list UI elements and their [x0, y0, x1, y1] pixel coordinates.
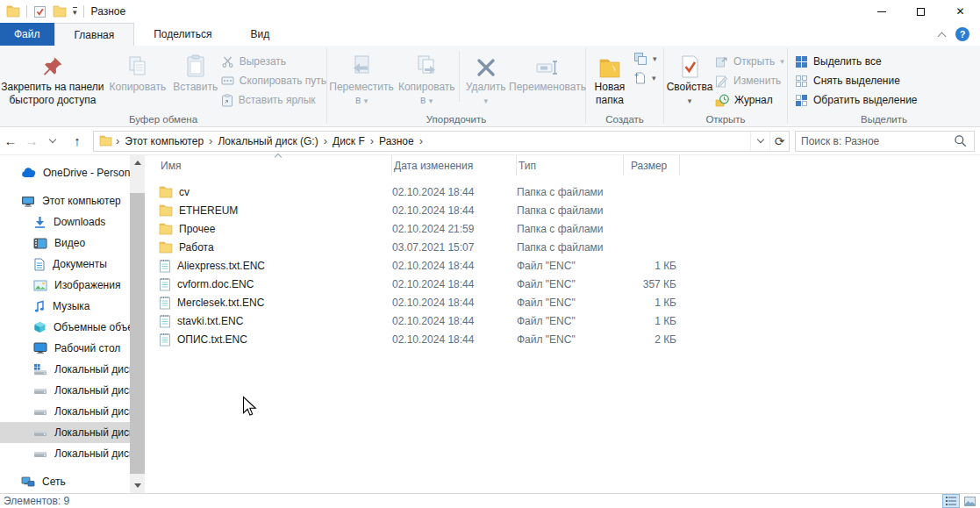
search-icon[interactable] — [954, 134, 967, 147]
breadcrumb-raznoe[interactable]: Разное — [374, 135, 419, 147]
breadcrumb-local-disk-g[interactable]: Локальный диск (G:) — [212, 135, 323, 147]
table-row[interactable]: Merclesek.txt.ENC 02.10.2024 18:44 Файл … — [159, 293, 980, 311]
collapse-ribbon-icon[interactable] — [938, 32, 947, 40]
sidebar-item-3d-objects[interactable]: Объемные объек — [0, 317, 130, 338]
tab-file-menu[interactable]: Файл — [0, 23, 54, 46]
scrollbar-thumb[interactable] — [130, 193, 145, 474]
delete-icon — [476, 50, 497, 78]
paste-shortcut-button[interactable]: Вставить ярлык — [221, 90, 326, 110]
sidebar-item-videos[interactable]: Видео — [0, 233, 130, 254]
sidebar-item-local-disk[interactable]: Локальный диск ( — [0, 443, 130, 464]
drive-icon — [33, 447, 47, 460]
rename-button[interactable]: Переименовать — [510, 47, 585, 94]
table-row[interactable]: cv 02.10.2024 18:44 Папка с файлами — [159, 182, 980, 201]
sidebar-item-music[interactable]: Музыка — [0, 296, 130, 317]
back-button[interactable]: ← — [0, 131, 21, 152]
sidebar-item-label: OneDrive - Personal — [43, 167, 130, 179]
copy-path-button[interactable]: Скопировать путь — [221, 71, 326, 90]
forward-button[interactable]: → — [21, 131, 42, 152]
open-button[interactable]: Открыть ▾ — [715, 52, 784, 71]
scroll-down-icon[interactable] — [130, 478, 145, 493]
pin-to-quick-access-button[interactable]: Закрепить на панелибыстрого доступа — [0, 47, 105, 106]
refresh-button[interactable]: ⟳ — [769, 132, 789, 151]
copy-to-button[interactable]: Копироватьв ▾ — [396, 47, 457, 106]
cube-icon — [33, 321, 46, 334]
file-type: Папка с файлами — [517, 241, 624, 254]
table-row[interactable]: Прочее 02.10.2024 21:59 Папка с файлами — [159, 219, 980, 238]
sidebar-item-this-pc[interactable]: Этот компьютер — [0, 190, 130, 211]
up-icon: ↑ — [74, 133, 81, 148]
sidebar-item-local-disk-selected[interactable]: Локальный диск ( — [0, 422, 130, 443]
new-item-button[interactable]: ▾ — [633, 68, 657, 88]
sidebar-item-local-disk-c[interactable]: Локальный диск ( — [0, 359, 130, 380]
tab-share[interactable]: Поделиться — [134, 23, 231, 46]
sidebar-item-downloads[interactable]: Downloads — [0, 211, 130, 233]
address-bar[interactable]: › Этот компьютер › Локальный диск (G:) ›… — [93, 131, 790, 152]
paste-button[interactable]: Вставить — [170, 47, 221, 94]
sidebar-item-local-disk[interactable]: Локальный диск ( — [0, 380, 130, 401]
move-to-button[interactable]: Переместитьв ▾ — [327, 47, 396, 106]
sidebar-item-desktop[interactable]: Рабочий стол — [0, 338, 130, 359]
search-input[interactable] — [796, 135, 954, 147]
table-row[interactable]: stavki.txt.ENC 02.10.2024 18:44 Файл "EN… — [159, 311, 980, 330]
recent-locations-button[interactable] — [42, 131, 63, 152]
close-button[interactable]: ✕ — [941, 0, 980, 23]
easy-access-button[interactable]: ▾ — [633, 49, 657, 68]
history-button[interactable]: Журнал — [715, 90, 784, 110]
select-none-button[interactable]: Снять выделение — [795, 71, 918, 90]
properties-label: Свойства — [667, 81, 713, 93]
column-header-name[interactable]: Имя — [159, 155, 392, 175]
select-none-icon — [795, 75, 808, 88]
table-row[interactable]: Работа 03.07.2021 15:07 Папка с файлами — [159, 238, 980, 256]
select-all-icon — [795, 55, 808, 68]
breadcrumb-this-pc[interactable]: Этот компьютер — [119, 135, 209, 147]
qat-new-folder-icon[interactable] — [53, 5, 67, 18]
scroll-up-icon[interactable] — [130, 155, 145, 170]
minimize-button[interactable] — [862, 0, 901, 23]
column-header-date[interactable]: Дата изменения — [392, 155, 517, 175]
cut-button[interactable]: Вырезать — [221, 52, 326, 71]
group-label-open: Открыть — [664, 114, 787, 125]
breadcrumb-disk-f[interactable]: Диск F — [327, 135, 370, 147]
folder-icon — [159, 186, 173, 198]
qat-properties-icon[interactable] — [33, 5, 46, 18]
sidebar-item-label: Локальный диск ( — [54, 363, 130, 376]
maximize-button[interactable] — [901, 0, 941, 23]
sidebar-item-local-disk[interactable]: Локальный диск ( — [0, 401, 130, 422]
up-button[interactable]: ↑ — [67, 131, 88, 152]
table-row[interactable]: cvform.doc.ENC 02.10.2024 18:44 Файл "EN… — [159, 275, 980, 293]
edit-button[interactable]: Изменить — [715, 71, 784, 90]
file-date: 02.10.2024 18:44 — [392, 186, 517, 198]
sidebar-item-network[interactable]: Сеть — [0, 471, 130, 492]
copy-to-label: Копировать — [398, 81, 455, 93]
details-view-button[interactable] — [942, 494, 960, 508]
pin-icon — [41, 50, 64, 78]
copy-button[interactable]: Копировать — [105, 47, 170, 94]
help-icon[interactable]: ? — [955, 27, 969, 41]
invert-selection-button[interactable]: Обратить выделение — [795, 90, 918, 110]
navigation-pane: OneDrive - Personal Этот компьютер Downl… — [0, 155, 130, 493]
thumbnails-view-button[interactable] — [961, 494, 978, 508]
tab-view[interactable]: Вид — [231, 23, 289, 46]
new-item-icon — [633, 71, 647, 85]
table-row[interactable]: Aliexpress.txt.ENC 02.10.2024 18:44 Файл… — [159, 256, 980, 275]
new-folder-label-line2: папка — [596, 94, 624, 106]
ribbon-group-select: Выделить все Снять выделение Обратить вы… — [788, 46, 980, 126]
file-date: 02.10.2024 18:44 — [392, 297, 517, 309]
forward-icon: → — [25, 133, 39, 148]
table-row[interactable]: ETHEREUM 02.10.2024 18:44 Папка с файлам… — [159, 201, 980, 219]
sidebar-item-documents[interactable]: Документы — [0, 254, 130, 275]
sidebar-item-pictures[interactable]: Изображения — [0, 275, 130, 296]
table-row[interactable]: ОПИС.txt.ENC 02.10.2024 18:44 Файл "ENC"… — [159, 330, 980, 348]
tab-home[interactable]: Главная — [54, 23, 135, 46]
delete-button[interactable]: Удалить▾ — [461, 47, 510, 106]
properties-button[interactable]: Свойства▾ — [664, 47, 715, 106]
column-header-type[interactable]: Тип — [517, 155, 624, 175]
sidebar-scrollbar[interactable] — [130, 155, 145, 493]
new-folder-button[interactable]: Новаяпапка — [586, 47, 633, 106]
column-header-size[interactable]: Размер — [624, 155, 680, 175]
select-all-button[interactable]: Выделить все — [795, 52, 918, 71]
address-dropdown-button[interactable] — [750, 132, 769, 151]
sidebar-item-onedrive[interactable]: OneDrive - Personal — [0, 162, 130, 183]
qat-customize-caret-icon[interactable]: ▾ — [73, 7, 77, 17]
